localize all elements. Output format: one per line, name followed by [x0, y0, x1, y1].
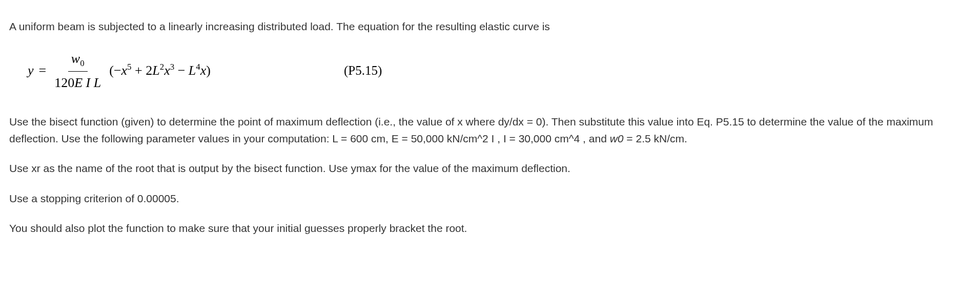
equation-denominator: 120E I L: [51, 72, 104, 93]
instructions-paragraph: Use the bisect function (given) to deter…: [9, 114, 971, 147]
equation-tag: (P5.15): [344, 61, 382, 81]
equation-p5-15: y = w0 120E I L (−x5 + 2L2x3 − L4x) (P5.…: [28, 49, 971, 94]
equation-lhs: y = w0 120E I L (−x5 + 2L2x3 − L4x): [28, 49, 211, 94]
equation-num-sub: 0: [80, 58, 84, 68]
equation-fraction: w0 120E I L: [51, 49, 104, 94]
instructions-text-a: Use the bisect function (given) to deter…: [9, 116, 933, 144]
problem-statement: A uniform beam is subjected to a linearl…: [0, 0, 980, 271]
instructions-text-b: = 2.5 kN/cm.: [624, 133, 687, 144]
intro-paragraph: A uniform beam is subjected to a linearl…: [9, 18, 971, 35]
equation-num-w: w: [71, 51, 80, 66]
equation-y: y: [28, 60, 34, 81]
equation-numerator: w0: [68, 49, 88, 72]
variable-naming-paragraph: Use xr as the name of the root that is o…: [9, 160, 971, 177]
plot-instruction-paragraph: You should also plot the function to mak…: [9, 220, 971, 237]
equation-polynomial: (−x5 + 2L2x3 − L4x): [109, 60, 211, 81]
stopping-criterion-paragraph: Use a stopping criterion of 0.00005.: [9, 190, 971, 207]
equation-equals: =: [39, 60, 47, 81]
w0-variable: w0: [610, 133, 624, 144]
